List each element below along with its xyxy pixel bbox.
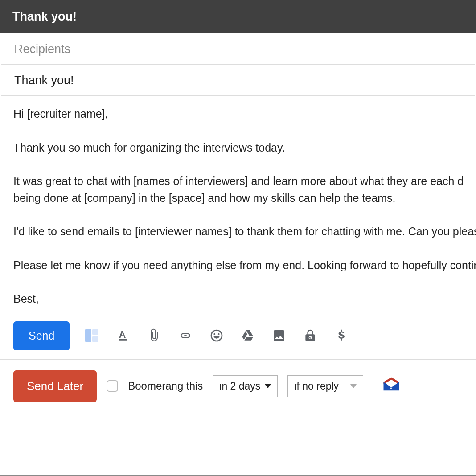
boomerang-condition-select[interactable]: if no reply bbox=[287, 375, 363, 397]
chevron-down-icon bbox=[265, 384, 271, 388]
subject-field[interactable]: Thank you! bbox=[1, 65, 475, 96]
body-paragraph: Please let me know if you need anything … bbox=[13, 257, 463, 274]
link-icon[interactable] bbox=[176, 327, 194, 345]
emoji-icon[interactable] bbox=[208, 327, 226, 345]
body-paragraph: Thank you so much for organizing the int… bbox=[13, 140, 463, 156]
send-button[interactable]: Send bbox=[13, 321, 70, 350]
window-titlebar[interactable]: Thank you! bbox=[0, 0, 476, 33]
attach-icon[interactable] bbox=[145, 327, 163, 345]
body-paragraph: It was great to chat with [names of inte… bbox=[13, 173, 463, 206]
boomerang-row: Send Later Boomerang this in 2 days if n… bbox=[0, 359, 476, 413]
boomerang-label: Boomerang this bbox=[128, 380, 203, 392]
compose-content: Recipients Thank you! Hi [recruiter name… bbox=[0, 33, 476, 476]
confidential-mode-icon[interactable] bbox=[301, 327, 319, 345]
body-line: being done at [company] in the [space] a… bbox=[13, 190, 463, 207]
money-icon[interactable] bbox=[332, 327, 350, 345]
subject-value: Thank you! bbox=[14, 74, 74, 87]
message-body[interactable]: Hi [recruiter name], Thank you so much f… bbox=[0, 96, 476, 316]
boomerang-help-icon[interactable]: ? bbox=[382, 376, 401, 396]
compose-toolbar: Send bbox=[0, 316, 476, 359]
recipients-field[interactable]: Recipients bbox=[1, 33, 475, 65]
body-line: It was great to chat with [names of inte… bbox=[13, 173, 463, 190]
svg-text:?: ? bbox=[389, 382, 394, 391]
app-extension-icon[interactable] bbox=[83, 327, 101, 345]
boomerang-when-select[interactable]: in 2 days bbox=[213, 375, 278, 397]
recipients-placeholder: Recipients bbox=[14, 42, 70, 56]
window-title: Thank you! bbox=[12, 10, 77, 23]
chevron-down-icon bbox=[350, 384, 357, 388]
compose-window: Thank you! Recipients Thank you! Hi [rec… bbox=[0, 0, 476, 476]
send-later-button[interactable]: Send Later bbox=[13, 370, 97, 402]
body-paragraph: I'd like to send emails to [interviewer … bbox=[13, 223, 463, 240]
boomerang-when-value: in 2 days bbox=[219, 380, 260, 392]
insert-photo-icon[interactable] bbox=[270, 327, 288, 345]
send-button-label: Send bbox=[29, 329, 54, 342]
formatting-icon[interactable] bbox=[114, 327, 132, 345]
boomerang-checkbox[interactable] bbox=[107, 380, 118, 392]
send-later-label: Send Later bbox=[27, 379, 83, 393]
body-paragraph: Best, bbox=[13, 291, 463, 308]
boomerang-condition-value: if no reply bbox=[294, 380, 339, 392]
body-paragraph: Hi [recruiter name], bbox=[13, 106, 463, 123]
drive-icon[interactable] bbox=[239, 327, 257, 345]
